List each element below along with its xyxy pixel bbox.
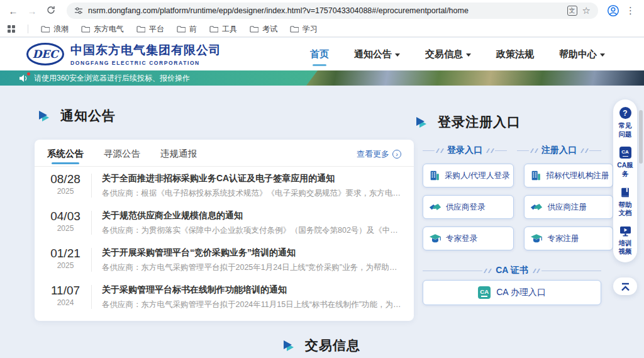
bookmark-folder-langchao[interactable]: 浪潮 (41, 24, 69, 35)
handshake-icon (429, 202, 441, 213)
trade-section-header: 交易信息 (284, 337, 360, 354)
folder-icon (177, 26, 186, 33)
notices-section-header: 通知公告 (39, 107, 116, 125)
shortcut-label: 常见问题 (617, 121, 633, 138)
bookmark-folder-platform[interactable]: 平台 (136, 24, 164, 35)
help-docs-shortcut[interactable]: 帮助文档 (617, 187, 633, 218)
button-label: 供应商注册 (547, 202, 587, 213)
company-name-en: DONGFANG ELECTRIC CORPORATION (70, 60, 221, 66)
notice-list-item[interactable]: 01/21 2025 关于开展采购管理平台“竞价采购业务”培训的通知 各供应商：… (35, 241, 414, 278)
nav-label: 帮助中心 (559, 48, 597, 60)
bookmark-label: 前 (189, 24, 197, 35)
tab-sourcing-notices[interactable]: 寻源公告 (104, 148, 140, 166)
bookmark-folder-exam[interactable]: 考试 (250, 24, 277, 35)
ca-badge-icon: CA (478, 286, 491, 299)
bookmark-folder-tools[interactable]: 工具 (209, 24, 237, 35)
site-header: DEC 中国东方电气集团有限公司 DONGFANG ELECTRIC CORPO… (0, 38, 644, 70)
notice-list-item[interactable]: 08/28 2025 关于全面推进非招标采购业务CA认证及电子签章应用的通知 各… (35, 167, 414, 204)
bookmark-folder-front[interactable]: 前 (177, 24, 197, 35)
section-arrow-icon (39, 110, 52, 121)
faq-shortcut[interactable]: ? 常见问题 (617, 107, 633, 138)
ca-service-shortcut[interactable]: CA CA服务 (617, 147, 633, 178)
building-icon (429, 170, 440, 181)
bookmark-star-icon[interactable]: ☆ (582, 5, 591, 16)
ticker-band: 请使用360安全浏览器进行后续投标、报价操作 (0, 70, 644, 86)
notice-title[interactable]: 关于开展采购管理平台“竞价采购业务”培训的通知 (102, 247, 401, 259)
notice-date-year: 2025 (47, 261, 84, 270)
supplier-register-button[interactable]: 供应商注册 (524, 195, 613, 219)
alert-dot (27, 72, 30, 76)
expert-login-button[interactable]: 专家登录 (423, 227, 514, 250)
reload-icon[interactable] (44, 6, 58, 16)
button-label: CA 办理入口 (496, 287, 546, 298)
company-logo[interactable]: DEC 中国东方电气集团有限公司 DONGFANG ELECTRIC CORPO… (26, 42, 221, 66)
divider (91, 285, 92, 309)
back-icon[interactable]: ← (6, 6, 20, 16)
divider (91, 174, 92, 198)
bookmark-label: 学习 (303, 24, 318, 35)
register-group-header: 注册入口 (517, 145, 601, 156)
site-info-icon[interactable] (74, 6, 83, 15)
login-group-headers: 登录入口 注册入口 (423, 145, 601, 156)
notice-list-item[interactable]: 11/07 2024 关于采购管理平台标书在线制作功能培训的通知 各供应商：东方… (35, 278, 414, 315)
tab-violation-reports[interactable]: 违规通报 (160, 148, 197, 166)
scrollbar-thumb[interactable] (639, 110, 643, 164)
nav-notices[interactable]: 通知公告 (354, 48, 400, 60)
notice-title[interactable]: 关于全面推进非招标采购业务CA认证及电子签章应用的通知 (102, 173, 401, 184)
bookmarks-bar: 浪潮 东方电气 平台 前 工具 考试 学习 (0, 21, 644, 37)
divider (91, 211, 92, 235)
training-videos-shortcut[interactable]: 培训视频 (617, 226, 633, 256)
bookmark-label: 考试 (262, 24, 277, 35)
expert-register-button[interactable]: 专家注册 (524, 227, 613, 250)
register-group-label: 注册入口 (541, 145, 577, 156)
apps-grid-icon[interactable] (8, 25, 15, 33)
folder-icon (136, 26, 145, 33)
notice-date: 11/07 2024 (47, 284, 84, 307)
folder-icon (209, 26, 218, 33)
handshake-icon (530, 202, 543, 213)
main-nav: 首页 通知公告 交易信息 政策法规 帮助中心 (310, 48, 618, 60)
nav-label: 首页 (310, 48, 329, 60)
nav-help-center[interactable]: 帮助中心 (559, 48, 605, 60)
button-label: 专家登录 (446, 233, 477, 244)
nav-policies[interactable]: 政策法规 (496, 48, 534, 60)
view-more-label: 查看更多 (357, 148, 389, 160)
login-group-label: 登录入口 (447, 145, 482, 156)
folder-icon (250, 26, 258, 33)
ca-apply-button[interactable]: CA CA 办理入口 (423, 280, 601, 305)
forward-icon[interactable]: → (25, 6, 39, 16)
bookmark-folder-study[interactable]: 学习 (290, 24, 318, 35)
profile-avatar-icon[interactable] (607, 4, 619, 17)
notice-title[interactable]: 关于采购管理平台标书在线制作功能培训的通知 (102, 284, 401, 296)
browser-menu-icon[interactable]: ⋮ (626, 5, 635, 16)
trade-section-title: 交易信息 (305, 337, 360, 354)
url-bar[interactable]: nsrm.dongfang.com/platform/runtime/epp/d… (67, 3, 598, 19)
bookmark-folder-dongfang[interactable]: 东方电气 (81, 24, 124, 35)
view-more-link[interactable]: 查看更多 › (357, 148, 401, 166)
translate-icon[interactable]: 文 (567, 6, 577, 16)
arrow-up-to-line-icon (620, 282, 631, 291)
notice-title[interactable]: 关于规范供应商企业规模信息的通知 (102, 210, 401, 221)
url-text[interactable]: nsrm.dongfang.com/platform/runtime/epp/d… (88, 6, 562, 15)
notice-body: 关于开展采购管理平台“竞价采购业务”培训的通知 各供应商：东方电气采购管理平台拟… (102, 247, 401, 273)
login-section-header: 登录注册入口 (416, 113, 521, 131)
nav-trade-info[interactable]: 交易信息 (425, 48, 471, 60)
shortcut-label: 培训视频 (617, 239, 633, 256)
nav-label: 交易信息 (425, 48, 463, 60)
divider (91, 248, 92, 272)
notice-body: 关于采购管理平台标书在线制作功能培训的通知 各供应商：东方电气采购管理平台拟于2… (102, 284, 401, 310)
tab-system-notices[interactable]: 系统公告 (47, 148, 84, 166)
supplier-login-button[interactable]: 供应商登录 (423, 195, 514, 219)
notice-desc: 各供应商：为贯彻落实《保障中小企业款项支付条例》（国务院令第802号）及《中小企… (102, 225, 401, 236)
nav-home[interactable]: 首页 (310, 48, 329, 60)
notice-list-item[interactable]: 04/03 2025 关于规范供应商企业规模信息的通知 各供应商：为贯彻落实《保… (35, 204, 414, 241)
notice-body: 关于全面推进非招标采购业务CA认证及电子签章应用的通知 各供应商：根据《电子招标… (102, 172, 401, 199)
notice-desc: 各供应商：根据《电子招标投标系统技术规范》《电子采购交易规范》要求，东方电气采购… (102, 188, 401, 199)
notice-date: 04/03 2025 (47, 210, 84, 233)
purchaser-agent-login-button[interactable]: 采购人/代理人登录 (423, 164, 514, 187)
graduation-cap-icon (429, 233, 441, 244)
back-to-top-button[interactable] (613, 277, 637, 295)
login-group-header: 登录入口 (423, 145, 507, 156)
browser-actions: ⋮ (607, 4, 638, 17)
bidding-agency-register-button[interactable]: 招标代理机构注册 (524, 164, 613, 187)
